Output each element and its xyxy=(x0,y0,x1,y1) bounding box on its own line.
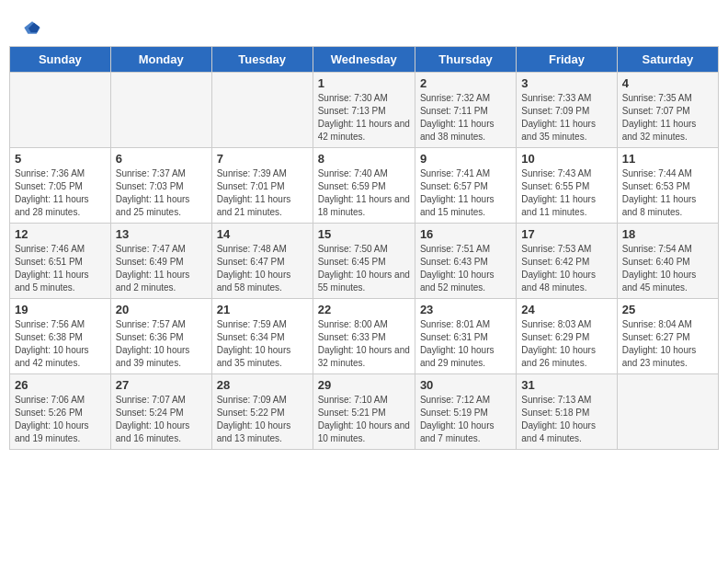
calendar-day-cell: 16Sunrise: 7:51 AM Sunset: 6:43 PM Dayli… xyxy=(415,224,516,299)
day-info: Sunrise: 7:09 AM Sunset: 5:22 PM Dayligh… xyxy=(217,394,308,445)
day-info: Sunrise: 7:59 AM Sunset: 6:34 PM Dayligh… xyxy=(217,318,308,370)
day-info: Sunrise: 7:12 AM Sunset: 5:19 PM Dayligh… xyxy=(420,394,511,445)
day-info: Sunrise: 7:57 AM Sunset: 6:36 PM Dayligh… xyxy=(116,318,207,370)
day-number: 8 xyxy=(318,152,410,166)
day-number: 7 xyxy=(217,152,308,166)
day-info: Sunrise: 7:40 AM Sunset: 6:59 PM Dayligh… xyxy=(318,167,410,219)
calendar-day-cell: 3Sunrise: 7:33 AM Sunset: 7:09 PM Daylig… xyxy=(517,73,617,148)
calendar-day-cell: 1Sunrise: 7:30 AM Sunset: 7:13 PM Daylig… xyxy=(313,73,415,148)
day-info: Sunrise: 7:54 AM Sunset: 6:40 PM Dayligh… xyxy=(622,243,713,294)
calendar-day-header: Sunday xyxy=(10,47,111,73)
day-info: Sunrise: 8:01 AM Sunset: 6:31 PM Dayligh… xyxy=(420,318,511,370)
day-number: 11 xyxy=(622,152,713,166)
calendar-day-cell: 5Sunrise: 7:36 AM Sunset: 7:05 PM Daylig… xyxy=(10,148,111,224)
calendar-day-cell: 30Sunrise: 7:12 AM Sunset: 5:19 PM Dayli… xyxy=(415,374,516,450)
day-info: Sunrise: 7:51 AM Sunset: 6:43 PM Dayligh… xyxy=(420,243,511,294)
calendar-week-row: 19Sunrise: 7:56 AM Sunset: 6:38 PM Dayli… xyxy=(10,299,719,374)
calendar-day-cell: 13Sunrise: 7:47 AM Sunset: 6:49 PM Dayli… xyxy=(110,224,211,299)
day-info: Sunrise: 7:47 AM Sunset: 6:49 PM Dayligh… xyxy=(116,243,207,294)
day-info: Sunrise: 7:33 AM Sunset: 7:09 PM Dayligh… xyxy=(521,92,611,144)
day-number: 4 xyxy=(622,76,713,90)
calendar-week-row: 1Sunrise: 7:30 AM Sunset: 7:13 PM Daylig… xyxy=(10,73,719,148)
day-number: 19 xyxy=(15,303,106,316)
day-info: Sunrise: 7:46 AM Sunset: 6:51 PM Dayligh… xyxy=(15,243,106,294)
calendar-day-cell: 26Sunrise: 7:06 AM Sunset: 5:26 PM Dayli… xyxy=(10,374,111,450)
calendar-day-cell: 8Sunrise: 7:40 AM Sunset: 6:59 PM Daylig… xyxy=(313,148,415,224)
day-number: 23 xyxy=(420,303,511,316)
day-number: 2 xyxy=(420,76,511,90)
logo xyxy=(23,18,45,37)
calendar-day-cell: 31Sunrise: 7:13 AM Sunset: 5:18 PM Dayli… xyxy=(517,374,617,450)
calendar-day-header: Monday xyxy=(110,47,211,73)
day-number: 5 xyxy=(15,152,106,166)
calendar-day-cell: 21Sunrise: 7:59 AM Sunset: 6:34 PM Dayli… xyxy=(211,299,313,374)
day-info: Sunrise: 7:32 AM Sunset: 7:11 PM Dayligh… xyxy=(420,92,511,144)
calendar-day-cell: 17Sunrise: 7:53 AM Sunset: 6:42 PM Dayli… xyxy=(517,224,617,299)
calendar-day-cell: 20Sunrise: 7:57 AM Sunset: 6:36 PM Dayli… xyxy=(110,299,211,374)
day-number: 26 xyxy=(15,378,106,392)
day-number: 12 xyxy=(15,227,106,241)
day-info: Sunrise: 7:56 AM Sunset: 6:38 PM Dayligh… xyxy=(15,318,106,370)
calendar-header-row: SundayMondayTuesdayWednesdayThursdayFrid… xyxy=(10,47,719,73)
day-info: Sunrise: 7:36 AM Sunset: 7:05 PM Dayligh… xyxy=(15,167,106,219)
calendar-day-cell: 29Sunrise: 7:10 AM Sunset: 5:21 PM Dayli… xyxy=(313,374,415,450)
day-number: 3 xyxy=(521,76,611,90)
calendar-day-cell: 6Sunrise: 7:37 AM Sunset: 7:03 PM Daylig… xyxy=(110,148,211,224)
day-number: 29 xyxy=(318,378,410,392)
day-number: 27 xyxy=(116,378,207,392)
logo-icon xyxy=(23,18,41,37)
day-number: 14 xyxy=(217,227,308,241)
day-number: 1 xyxy=(318,76,410,90)
day-info: Sunrise: 7:50 AM Sunset: 6:45 PM Dayligh… xyxy=(318,243,410,294)
day-number: 13 xyxy=(116,227,207,241)
calendar-day-cell xyxy=(110,73,211,148)
day-info: Sunrise: 7:10 AM Sunset: 5:21 PM Dayligh… xyxy=(318,394,410,445)
day-number: 25 xyxy=(622,303,713,316)
day-info: Sunrise: 8:04 AM Sunset: 6:27 PM Dayligh… xyxy=(622,318,713,370)
day-number: 15 xyxy=(318,227,410,241)
day-number: 24 xyxy=(521,303,611,316)
day-number: 17 xyxy=(521,227,611,241)
calendar-day-cell: 11Sunrise: 7:44 AM Sunset: 6:53 PM Dayli… xyxy=(617,148,718,224)
calendar-week-row: 26Sunrise: 7:06 AM Sunset: 5:26 PM Dayli… xyxy=(10,374,719,450)
page-header xyxy=(9,9,719,41)
calendar-day-cell: 10Sunrise: 7:43 AM Sunset: 6:55 PM Dayli… xyxy=(517,148,617,224)
day-number: 10 xyxy=(521,152,611,166)
calendar-day-cell: 18Sunrise: 7:54 AM Sunset: 6:40 PM Dayli… xyxy=(617,224,718,299)
day-info: Sunrise: 7:44 AM Sunset: 6:53 PM Dayligh… xyxy=(622,167,713,219)
calendar-day-cell: 7Sunrise: 7:39 AM Sunset: 7:01 PM Daylig… xyxy=(211,148,313,224)
day-info: Sunrise: 7:39 AM Sunset: 7:01 PM Dayligh… xyxy=(217,167,308,219)
day-info: Sunrise: 7:53 AM Sunset: 6:42 PM Dayligh… xyxy=(521,243,611,294)
day-number: 21 xyxy=(217,303,308,316)
day-info: Sunrise: 7:41 AM Sunset: 6:57 PM Dayligh… xyxy=(420,167,511,219)
calendar-day-cell: 19Sunrise: 7:56 AM Sunset: 6:38 PM Dayli… xyxy=(10,299,111,374)
calendar-day-cell: 27Sunrise: 7:07 AM Sunset: 5:24 PM Dayli… xyxy=(110,374,211,450)
day-info: Sunrise: 7:37 AM Sunset: 7:03 PM Dayligh… xyxy=(116,167,207,219)
day-number: 18 xyxy=(622,227,713,241)
day-info: Sunrise: 7:43 AM Sunset: 6:55 PM Dayligh… xyxy=(521,167,611,219)
calendar-day-cell: 22Sunrise: 8:00 AM Sunset: 6:33 PM Dayli… xyxy=(313,299,415,374)
calendar-day-header: Thursday xyxy=(415,47,516,73)
calendar-day-cell: 14Sunrise: 7:48 AM Sunset: 6:47 PM Dayli… xyxy=(211,224,313,299)
day-info: Sunrise: 7:07 AM Sunset: 5:24 PM Dayligh… xyxy=(116,394,207,445)
day-number: 31 xyxy=(521,378,611,392)
day-number: 6 xyxy=(116,152,207,166)
calendar-day-header: Tuesday xyxy=(211,47,313,73)
calendar-day-cell: 28Sunrise: 7:09 AM Sunset: 5:22 PM Dayli… xyxy=(211,374,313,450)
day-info: Sunrise: 7:30 AM Sunset: 7:13 PM Dayligh… xyxy=(318,92,410,144)
day-number: 22 xyxy=(318,303,410,316)
calendar-day-cell: 25Sunrise: 8:04 AM Sunset: 6:27 PM Dayli… xyxy=(617,299,718,374)
day-info: Sunrise: 7:48 AM Sunset: 6:47 PM Dayligh… xyxy=(217,243,308,294)
day-info: Sunrise: 7:35 AM Sunset: 7:07 PM Dayligh… xyxy=(622,92,713,144)
calendar-day-cell xyxy=(617,374,718,450)
calendar-week-row: 5Sunrise: 7:36 AM Sunset: 7:05 PM Daylig… xyxy=(10,148,719,224)
calendar-day-cell: 12Sunrise: 7:46 AM Sunset: 6:51 PM Dayli… xyxy=(10,224,111,299)
calendar-day-header: Friday xyxy=(517,47,617,73)
calendar-day-cell: 24Sunrise: 8:03 AM Sunset: 6:29 PM Dayli… xyxy=(517,299,617,374)
calendar-day-header: Wednesday xyxy=(313,47,415,73)
day-info: Sunrise: 8:00 AM Sunset: 6:33 PM Dayligh… xyxy=(318,318,410,370)
day-number: 28 xyxy=(217,378,308,392)
day-info: Sunrise: 7:13 AM Sunset: 5:18 PM Dayligh… xyxy=(521,394,611,445)
calendar-day-cell: 9Sunrise: 7:41 AM Sunset: 6:57 PM Daylig… xyxy=(415,148,516,224)
day-info: Sunrise: 7:06 AM Sunset: 5:26 PM Dayligh… xyxy=(15,394,106,445)
